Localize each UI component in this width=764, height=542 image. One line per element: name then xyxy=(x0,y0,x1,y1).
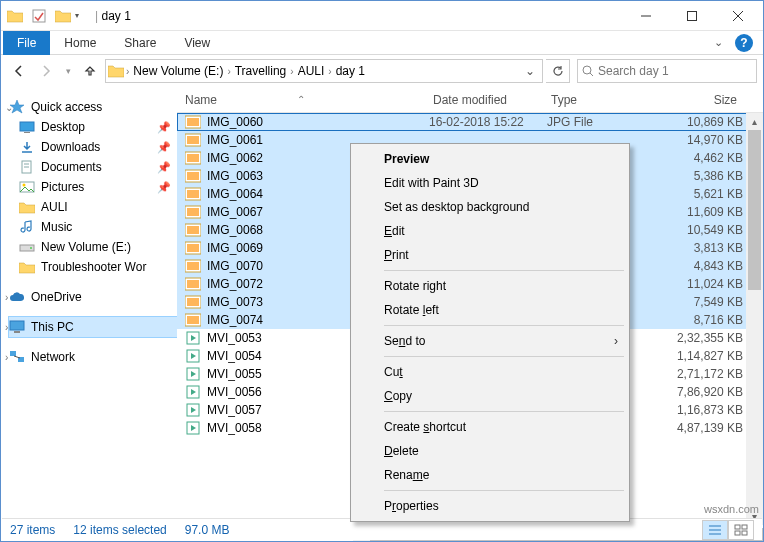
file-row[interactable]: IMG_0060 16-02-2018 15:22 JPG File 10,86… xyxy=(177,113,763,131)
vertical-scrollbar[interactable]: ▴ ▾ xyxy=(746,113,763,525)
menu-item[interactable]: Preview xyxy=(354,147,626,171)
status-item-count: 27 items xyxy=(10,523,55,537)
file-name: IMG_0060 xyxy=(207,115,429,129)
scroll-up-icon[interactable]: ▴ xyxy=(746,113,763,130)
search-input[interactable]: Search day 1 xyxy=(577,59,757,83)
svg-rect-63 xyxy=(735,531,740,535)
recent-locations-button[interactable]: ▾ xyxy=(61,59,75,83)
file-icon xyxy=(185,223,201,237)
menu-item[interactable]: Copy xyxy=(354,384,626,408)
scrollbar-thumb[interactable] xyxy=(748,130,761,290)
menu-item[interactable]: Edit xyxy=(354,219,626,243)
svg-rect-7 xyxy=(20,122,34,131)
column-type[interactable]: Type xyxy=(551,93,667,107)
expand-icon[interactable]: › xyxy=(5,292,15,303)
sidebar-item[interactable]: Documents📌 xyxy=(9,157,177,177)
pin-icon: 📌 xyxy=(157,161,171,174)
svg-rect-61 xyxy=(735,525,740,529)
close-button[interactable] xyxy=(715,1,761,31)
crumb-auli[interactable]: AULI xyxy=(296,64,327,78)
chevron-right-icon[interactable]: › xyxy=(290,66,293,77)
menu-item[interactable]: Delete xyxy=(354,439,626,463)
sidebar-item[interactable]: New Volume (E:) xyxy=(9,237,177,257)
column-size[interactable]: Size xyxy=(667,93,763,107)
tab-view[interactable]: View xyxy=(170,31,224,55)
sidebar-item[interactable]: AULI xyxy=(9,197,177,217)
up-button[interactable] xyxy=(78,59,102,83)
chevron-right-icon[interactable]: › xyxy=(328,66,331,77)
svg-rect-29 xyxy=(187,172,199,180)
menu-item[interactable]: Edit with Paint 3D xyxy=(354,171,626,195)
file-tab[interactable]: File xyxy=(3,31,50,55)
maximize-button[interactable] xyxy=(669,1,715,31)
crumb-volume[interactable]: New Volume (E:) xyxy=(131,64,225,78)
sidebar-item[interactable]: Desktop📌 xyxy=(9,117,177,137)
menu-item-label: Properties xyxy=(384,499,439,513)
ribbon-expand-icon[interactable]: ⌄ xyxy=(714,36,723,49)
menu-item-label: Cut xyxy=(384,365,403,379)
minimize-button[interactable] xyxy=(623,1,669,31)
search-icon xyxy=(582,65,594,77)
file-icon xyxy=(185,133,201,147)
pin-icon: 📌 xyxy=(157,121,171,134)
menu-item[interactable]: Rename xyxy=(354,463,626,487)
forward-button[interactable] xyxy=(34,59,58,83)
new-folder-icon[interactable] xyxy=(51,4,75,28)
svg-rect-43 xyxy=(187,298,199,306)
view-large-icons-button[interactable] xyxy=(728,520,754,540)
sidebar-item[interactable]: Music xyxy=(9,217,177,237)
expand-icon[interactable]: › xyxy=(5,352,15,363)
menu-item-label: Send to xyxy=(384,334,425,348)
file-icon xyxy=(185,277,201,291)
quick-access-root[interactable]: ⌄ Quick access xyxy=(9,97,177,117)
menu-item[interactable]: Create shortcut xyxy=(354,415,626,439)
menu-item[interactable]: Rotate left xyxy=(354,298,626,322)
crumb-travelling[interactable]: Travelling xyxy=(233,64,289,78)
sidebar-item[interactable]: Downloads📌 xyxy=(9,137,177,157)
sidebar-item[interactable]: Troubleshooter Wor xyxy=(9,257,177,277)
menu-item[interactable]: Set as desktop background xyxy=(354,195,626,219)
menu-item[interactable]: Cut xyxy=(354,360,626,384)
svg-rect-2 xyxy=(688,11,697,20)
address-bar[interactable]: › New Volume (E:)› Travelling› AULI› day… xyxy=(105,59,543,83)
column-headers: Name⌃ Date modified Type Size xyxy=(177,87,763,113)
back-button[interactable] xyxy=(7,59,31,83)
file-icon xyxy=(185,259,201,273)
properties-icon[interactable] xyxy=(27,4,51,28)
network-item[interactable]: › Network xyxy=(9,347,177,367)
help-icon[interactable]: ? xyxy=(735,34,753,52)
menu-item-label: Preview xyxy=(384,152,429,166)
menu-item[interactable]: Print xyxy=(354,243,626,267)
file-icon xyxy=(185,151,201,165)
qat-dropdown-icon[interactable]: ▾ xyxy=(75,11,87,20)
view-details-button[interactable] xyxy=(702,520,728,540)
sidebar-item-label: Documents xyxy=(41,160,102,174)
crumb-day1[interactable]: day 1 xyxy=(334,64,367,78)
file-icon xyxy=(185,421,201,435)
onedrive-label: OneDrive xyxy=(31,290,82,304)
refresh-button[interactable] xyxy=(546,59,570,83)
menu-item-label: Print xyxy=(384,248,409,262)
address-dropdown-icon[interactable]: ⌄ xyxy=(520,64,540,78)
menu-item[interactable]: Send to › xyxy=(354,329,626,353)
tab-home[interactable]: Home xyxy=(50,31,110,55)
menu-item[interactable]: Properties xyxy=(354,494,626,518)
this-pc-item[interactable]: › This PC xyxy=(9,317,177,337)
menu-item-label: Create shortcut xyxy=(384,420,466,434)
menu-item[interactable]: Rotate right xyxy=(354,274,626,298)
column-date[interactable]: Date modified xyxy=(433,93,551,107)
sidebar-item[interactable]: Pictures📌 xyxy=(9,177,177,197)
tab-share[interactable]: Share xyxy=(110,31,170,55)
onedrive-item[interactable]: › OneDrive xyxy=(9,287,177,307)
collapse-icon[interactable]: ⌄ xyxy=(5,102,15,113)
sidebar-item-label: New Volume (E:) xyxy=(41,240,131,254)
drive-icon xyxy=(19,240,35,254)
svg-point-14 xyxy=(23,184,26,187)
chevron-right-icon[interactable]: › xyxy=(126,66,129,77)
menu-item-label: Rotate right xyxy=(384,279,446,293)
expand-icon[interactable]: › xyxy=(5,322,15,333)
chevron-right-icon[interactable]: › xyxy=(227,66,230,77)
menu-item-label: Delete xyxy=(384,444,419,458)
column-name[interactable]: Name⌃ xyxy=(185,93,433,107)
menu-item-label: Set as desktop background xyxy=(384,200,529,214)
